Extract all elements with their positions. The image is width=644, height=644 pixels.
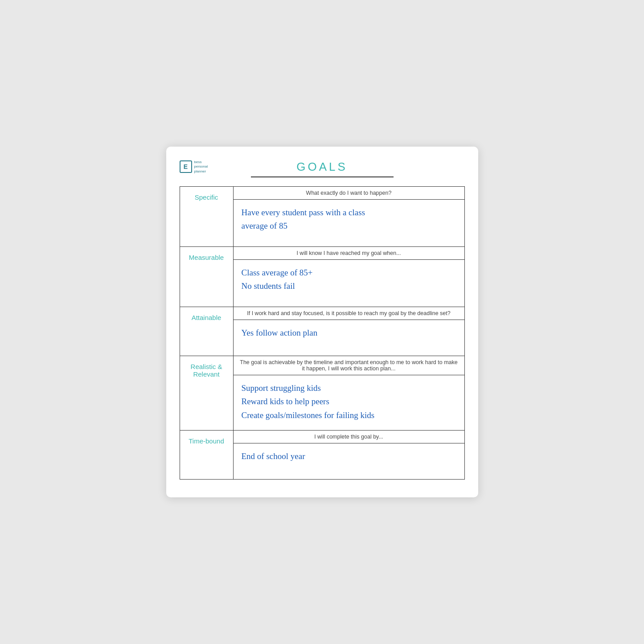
label-measurable: Measurable [180,246,233,307]
smart-table: SpecificWhat exactly do I want to happen… [180,186,465,480]
content-timebound: I will complete this goal by...End of sc… [233,431,464,480]
label-specific: Specific [180,186,233,246]
prompt-attainable: If I work hard and stay focused, is it p… [234,307,464,320]
handwriting-realistic: Support struggling kidsReward kids to he… [234,375,464,430]
content-measurable: I will know I have reached my goal when.… [233,246,464,307]
table-row-measurable: MeasurableI will know I have reached my … [180,246,464,307]
logo-text: besspersonalplanner [194,160,208,174]
prompt-specific: What exactly do I want to happen? [234,187,464,200]
prompt-timebound: I will complete this goal by... [234,431,464,443]
content-realistic: The goal is achievable by the timeline a… [233,356,464,430]
content-attainable: If I work hard and stay focused, is it p… [233,307,464,356]
page-title: GOALS [251,160,394,177]
logo: E besspersonalplanner [180,160,208,174]
label-timebound: Time-bound [180,431,233,480]
logo-icon: E [180,160,192,173]
handwriting-measurable: Class average of 85+ No students fail [234,260,464,307]
prompt-realistic: The goal is achievable by the timeline a… [234,356,464,375]
table-row-specific: SpecificWhat exactly do I want to happen… [180,186,464,246]
table-row-timebound: Time-boundI will complete this goal by..… [180,431,464,480]
goals-page: E besspersonalplanner GOALS SpecificWhat… [166,147,478,497]
content-specific: What exactly do I want to happen?Have ev… [233,186,464,246]
page-header: E besspersonalplanner GOALS [180,160,465,177]
table-row-attainable: AttainableIf I work hard and stay focuse… [180,307,464,356]
handwriting-timebound: End of school year [234,443,464,479]
handwriting-attainable: Yes follow action plan [234,320,464,356]
table-row-realistic: Realistic &RelevantThe goal is achievabl… [180,356,464,430]
handwriting-specific: Have every student pass with a class ave… [234,200,464,246]
label-realistic: Realistic &Relevant [180,356,233,430]
prompt-measurable: I will know I have reached my goal when.… [234,247,464,260]
label-attainable: Attainable [180,307,233,356]
